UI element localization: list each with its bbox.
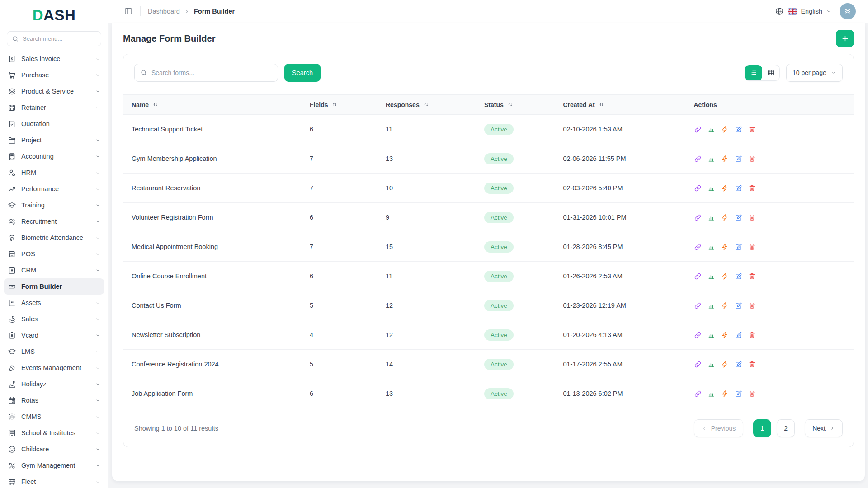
list-view-button[interactable] xyxy=(745,65,762,80)
delete-form-button[interactable] xyxy=(748,390,756,398)
sidebar-item[interactable]: Vcard xyxy=(0,327,108,343)
sidebar-item[interactable]: Sales xyxy=(0,311,108,327)
copy-link-button[interactable] xyxy=(694,126,702,133)
delete-form-button[interactable] xyxy=(748,302,756,310)
sidebar-item[interactable]: Sales Invoice xyxy=(0,51,108,67)
quick-action-button[interactable] xyxy=(721,214,729,221)
language-selector[interactable]: English xyxy=(775,7,831,16)
forms-search-input[interactable] xyxy=(151,69,272,76)
sidebar-toggle-button[interactable] xyxy=(124,7,133,16)
column-header[interactable]: Actions xyxy=(686,95,854,115)
edit-form-button[interactable] xyxy=(735,331,742,339)
sidebar-item[interactable]: Recruitment xyxy=(0,213,108,230)
edit-form-button[interactable] xyxy=(735,243,742,251)
sidebar-item[interactable]: Purchase xyxy=(0,67,108,83)
sidebar-item[interactable]: Fleet xyxy=(0,474,108,488)
search-button[interactable]: Search xyxy=(284,64,321,82)
next-page-button[interactable]: Next xyxy=(805,419,843,437)
quick-action-button[interactable] xyxy=(721,390,729,398)
copy-link-button[interactable] xyxy=(694,155,702,163)
sidebar-search-input[interactable] xyxy=(23,35,96,42)
quick-action-button[interactable] xyxy=(721,155,729,163)
column-header[interactable]: Created At xyxy=(555,95,685,115)
quick-action-button[interactable] xyxy=(721,126,729,133)
edit-form-button[interactable] xyxy=(735,390,742,398)
sidebar-item[interactable]: CRM xyxy=(0,262,108,278)
edit-form-button[interactable] xyxy=(735,184,742,192)
copy-link-button[interactable] xyxy=(694,331,702,339)
quick-action-button[interactable] xyxy=(721,272,729,280)
edit-form-button[interactable] xyxy=(735,155,742,163)
sidebar-item[interactable]: School & Institutes xyxy=(0,425,108,441)
quick-action-button[interactable] xyxy=(721,243,729,251)
copy-link-button[interactable] xyxy=(694,184,702,192)
add-form-button[interactable] xyxy=(836,30,854,47)
responses-chart-button[interactable] xyxy=(708,331,715,339)
quick-action-button[interactable] xyxy=(721,361,729,368)
responses-chart-button[interactable] xyxy=(708,243,715,251)
edit-form-button[interactable] xyxy=(735,361,742,368)
sidebar-item[interactable]: Retainer xyxy=(0,99,108,116)
sidebar-item[interactable]: Project xyxy=(0,132,108,148)
sidebar-item[interactable]: HRM xyxy=(0,164,108,181)
quick-action-button[interactable] xyxy=(721,302,729,310)
copy-link-button[interactable] xyxy=(694,214,702,221)
sidebar-item[interactable]: Rotas xyxy=(0,392,108,408)
previous-page-button[interactable]: Previous xyxy=(694,419,743,437)
breadcrumb-dashboard[interactable]: Dashboard xyxy=(148,8,180,15)
delete-form-button[interactable] xyxy=(748,272,756,280)
edit-form-button[interactable] xyxy=(735,214,742,221)
delete-form-button[interactable] xyxy=(748,155,756,163)
delete-form-button[interactable] xyxy=(748,126,756,133)
copy-link-button[interactable] xyxy=(694,243,702,251)
delete-form-button[interactable] xyxy=(748,243,756,251)
copy-link-button[interactable] xyxy=(694,302,702,310)
responses-chart-button[interactable] xyxy=(708,126,715,133)
copy-link-button[interactable] xyxy=(694,272,702,280)
sidebar-item[interactable]: Biometric Attendance xyxy=(0,230,108,246)
delete-form-button[interactable] xyxy=(748,331,756,339)
sidebar-item[interactable]: Childcare xyxy=(0,441,108,457)
sidebar-item[interactable]: Accounting xyxy=(0,148,108,164)
page-button[interactable]: 1 xyxy=(753,419,771,437)
responses-chart-button[interactable] xyxy=(708,302,715,310)
copy-link-button[interactable] xyxy=(694,390,702,398)
column-header[interactable]: Responses xyxy=(377,95,476,115)
sidebar-item[interactable]: LMS xyxy=(0,343,108,360)
sidebar-item[interactable]: Product & Service xyxy=(0,83,108,99)
column-header[interactable]: Status xyxy=(476,95,555,115)
quick-action-button[interactable] xyxy=(721,184,729,192)
sidebar-item[interactable]: Gym Management xyxy=(0,457,108,474)
table-row: Technical Support Ticket 6 11 Active 02-… xyxy=(123,115,854,144)
page-button[interactable]: 2 xyxy=(777,419,795,437)
delete-form-button[interactable] xyxy=(748,184,756,192)
per-page-select[interactable]: 10 per page xyxy=(786,64,843,82)
grid-view-button[interactable] xyxy=(762,65,779,80)
sidebar-item[interactable]: Training xyxy=(0,197,108,213)
sidebar-item[interactable]: Quotation xyxy=(0,116,108,132)
avatar[interactable] xyxy=(840,3,856,19)
edit-form-button[interactable] xyxy=(735,302,742,310)
sidebar-item[interactable]: Holidayz xyxy=(0,376,108,392)
edit-form-button[interactable] xyxy=(735,126,742,133)
responses-chart-button[interactable] xyxy=(708,390,715,398)
responses-chart-button[interactable] xyxy=(708,155,715,163)
responses-chart-button[interactable] xyxy=(708,184,715,192)
sidebar-item[interactable]: Assets xyxy=(0,295,108,311)
responses-chart-button[interactable] xyxy=(708,214,715,221)
chevron-down-icon xyxy=(95,382,100,387)
sidebar-item[interactable]: POS xyxy=(0,246,108,262)
responses-chart-button[interactable] xyxy=(708,272,715,280)
delete-form-button[interactable] xyxy=(748,214,756,221)
sidebar-item[interactable]: CMMS xyxy=(0,408,108,425)
sidebar-item[interactable]: Events Management xyxy=(0,360,108,376)
column-header[interactable]: Name xyxy=(123,95,302,115)
quick-action-button[interactable] xyxy=(721,331,729,339)
edit-form-button[interactable] xyxy=(735,272,742,280)
copy-link-button[interactable] xyxy=(694,361,702,368)
column-header[interactable]: Fields xyxy=(302,95,377,115)
sidebar-item[interactable]: Performance xyxy=(0,181,108,197)
sidebar-item[interactable]: Form Builder xyxy=(4,278,104,295)
delete-form-button[interactable] xyxy=(748,361,756,368)
responses-chart-button[interactable] xyxy=(708,361,715,368)
